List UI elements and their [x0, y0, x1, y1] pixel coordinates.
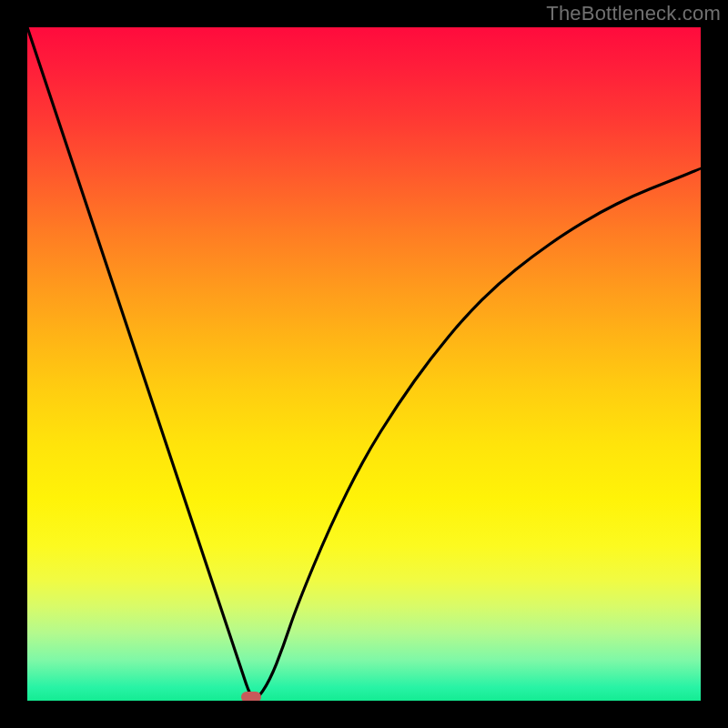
watermark-text: TheBottleneck.com [546, 2, 721, 25]
sweet-spot-marker [241, 692, 261, 701]
plot-area [27, 27, 701, 701]
chart-frame: TheBottleneck.com [0, 0, 728, 728]
bottleneck-curve [27, 27, 701, 701]
